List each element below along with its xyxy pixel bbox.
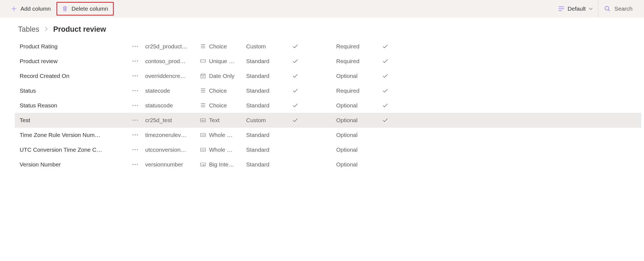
column-schema-name: contoso_prod…	[145, 58, 200, 64]
column-type: Big Inte…	[200, 161, 246, 168]
table-row[interactable]: Product review ··· contoso_prod… Unique …	[15, 54, 641, 69]
column-type: Whole …	[200, 146, 246, 153]
column-custom-check	[293, 88, 336, 93]
column-type-label: Text	[209, 117, 220, 124]
column-schema-name: overriddencre…	[145, 73, 200, 79]
svg-point-0	[605, 6, 609, 10]
table-row[interactable]: Test ··· cr25d_test Text Custom Optional	[15, 113, 641, 128]
more-icon: ···	[132, 132, 139, 138]
column-type: Choice	[200, 87, 246, 94]
table-row[interactable]: Record Created On ··· overriddencre… Dat…	[15, 69, 641, 83]
more-icon: ···	[132, 162, 139, 168]
column-required: Required	[336, 43, 383, 50]
columns-grid: Product Rating ··· cr25d_product… Choice…	[0, 39, 644, 175]
chevron-right-icon	[45, 26, 48, 33]
column-display-name: Version Number	[20, 161, 126, 168]
row-more-button[interactable]: ···	[126, 44, 145, 49]
column-schema-name: timezonerulev…	[145, 132, 200, 138]
row-more-button[interactable]: ···	[126, 132, 145, 138]
table-row[interactable]: UTC Conversion Time Zone C… ··· utcconve…	[15, 142, 641, 157]
row-more-button[interactable]: ···	[126, 73, 145, 79]
column-display-name: Test	[20, 117, 126, 124]
plus-icon	[11, 6, 17, 11]
add-column-label: Add column	[20, 5, 51, 12]
view-switcher[interactable]: Default	[553, 0, 599, 17]
column-custom-check	[293, 74, 336, 78]
column-display-name: Product Rating	[20, 43, 126, 50]
delete-column-label: Delete column	[71, 5, 108, 12]
search-button[interactable]: Search	[598, 0, 639, 17]
table-row[interactable]: Product Rating ··· cr25d_product… Choice…	[15, 39, 641, 54]
column-schema-name: cr25d_product…	[145, 43, 200, 50]
column-searchable-check	[383, 103, 399, 108]
whole-type-icon	[200, 147, 206, 153]
choice-type-icon	[200, 103, 206, 108]
more-icon: ···	[132, 88, 139, 94]
column-type-label: Date Only	[209, 73, 234, 79]
more-icon: ···	[132, 103, 139, 108]
column-searchable-check	[383, 59, 399, 64]
column-type-label: Choice	[209, 102, 227, 109]
add-column-button[interactable]: Add column	[5, 2, 56, 16]
date-type-icon	[200, 73, 206, 79]
column-required: Optional	[336, 132, 383, 138]
more-icon: ···	[132, 147, 139, 153]
command-bar: Add column Delete column Default Search	[0, 0, 644, 17]
choice-type-icon	[200, 44, 206, 49]
column-required: Required	[336, 58, 383, 64]
column-type: Whole …	[200, 132, 246, 138]
column-schema-name: statuscode	[145, 102, 200, 109]
column-custom-check	[293, 59, 336, 64]
delete-column-button[interactable]: Delete column	[56, 2, 114, 16]
column-schema-name: utcconversion…	[145, 146, 200, 153]
column-managed: Custom	[246, 43, 293, 50]
bigint-type-icon	[200, 162, 206, 167]
column-display-name: UTC Conversion Time Zone C…	[20, 146, 126, 153]
column-type: Text	[200, 117, 246, 124]
column-managed: Standard	[246, 132, 293, 138]
column-required: Optional	[336, 102, 383, 109]
table-row[interactable]: Status ··· statecode Choice Standard Req…	[15, 83, 641, 98]
table-row[interactable]: Time Zone Rule Version Num… ··· timezone…	[15, 128, 641, 142]
column-custom-check	[293, 103, 336, 108]
search-icon	[604, 6, 610, 12]
column-type: Date Only	[200, 73, 246, 79]
search-label: Search	[614, 5, 633, 12]
whole-type-icon	[200, 132, 206, 138]
column-type: Choice	[200, 43, 246, 50]
view-label: Default	[568, 5, 586, 12]
unique-type-icon	[200, 58, 206, 64]
trash-icon	[62, 6, 68, 12]
column-searchable-check	[383, 74, 399, 78]
column-type-label: Choice	[209, 87, 227, 94]
column-searchable-check	[383, 118, 399, 123]
column-searchable-check	[383, 88, 399, 93]
row-more-button[interactable]: ···	[126, 58, 145, 64]
column-managed: Standard	[246, 146, 293, 153]
column-required: Required	[336, 87, 383, 94]
more-icon: ···	[132, 118, 139, 123]
column-required: Optional	[336, 146, 383, 153]
row-more-button[interactable]: ···	[126, 162, 145, 168]
column-managed: Standard	[246, 58, 293, 64]
more-icon: ···	[132, 44, 139, 49]
table-row[interactable]: Version Number ··· versionnumber Big Int…	[15, 157, 641, 172]
column-required: Optional	[336, 117, 383, 124]
row-more-button[interactable]: ···	[126, 103, 145, 108]
column-type: Unique …	[200, 58, 246, 64]
column-schema-name: cr25d_test	[145, 117, 200, 124]
list-icon	[558, 6, 564, 11]
table-row[interactable]: Status Reason ··· statuscode Choice Stan…	[15, 98, 641, 113]
row-more-button[interactable]: ···	[126, 147, 145, 153]
column-type-label: Choice	[209, 43, 227, 50]
row-more-button[interactable]: ···	[126, 88, 145, 94]
column-custom-check	[293, 118, 336, 123]
row-more-button[interactable]: ···	[126, 118, 145, 123]
column-display-name: Status Reason	[20, 102, 126, 109]
column-managed: Standard	[246, 102, 293, 109]
chevron-down-icon	[589, 7, 593, 10]
column-type-label: Big Inte…	[209, 161, 234, 168]
column-schema-name: versionnumber	[145, 161, 200, 168]
breadcrumb-parent[interactable]: Tables	[18, 25, 39, 34]
column-custom-check	[293, 44, 336, 49]
